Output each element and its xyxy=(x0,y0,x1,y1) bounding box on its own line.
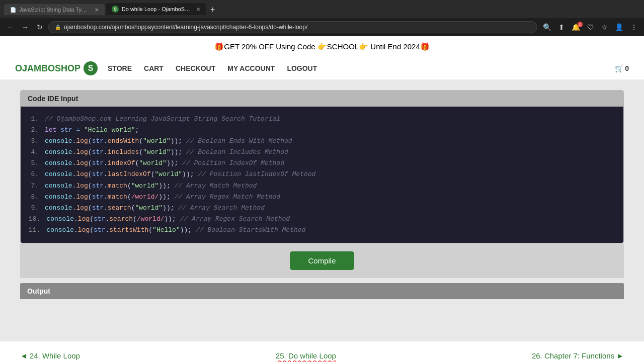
code-line-7: 7. console.log(str.match("world")); // A… xyxy=(29,180,615,192)
code-line-10: 10. console.log(str.search(/world/)); //… xyxy=(29,214,615,225)
code-text-1: // OjamboShop.com Learning JavaScript St… xyxy=(45,114,280,125)
prev-label: 24. While Loop xyxy=(30,351,80,360)
browser-toolbar: ← → ↻ 🔒 ojamboshop.com/ojamboshoppaycont… xyxy=(0,18,644,36)
line-num-7: 7. xyxy=(29,180,39,192)
bookmark-icon-btn[interactable]: ☆ xyxy=(599,22,610,33)
code-line-5: 5. console.log(str.indexOf("world")); //… xyxy=(29,158,615,169)
tab-1-favicon: 📄 xyxy=(10,7,16,13)
refresh-button[interactable]: ↻ xyxy=(34,22,45,32)
nav-cart-icon-link[interactable]: 🛒0 xyxy=(615,64,629,72)
address-bar[interactable]: 🔒 ojamboshop.com/ojamboshoppaycontent/le… xyxy=(48,21,537,33)
code-text-5: console.log(str.indexOf("world")); // Po… xyxy=(45,158,284,169)
code-ide-header: Code IDE Input xyxy=(21,90,623,107)
nav-bar: OJAMBOSHOP S STORE CART CHECKOUT MY ACCO… xyxy=(0,57,644,80)
output-body xyxy=(20,299,624,319)
code-text-4: console.log(str.includes("world")); // B… xyxy=(45,147,288,158)
new-tab-button[interactable]: + xyxy=(207,4,218,15)
code-text-6: console.log(str.lastIndexOf("world")); /… xyxy=(45,169,315,180)
notification-icon-btn[interactable]: 🔔 1 xyxy=(569,22,583,33)
tab-1-close[interactable]: ✕ xyxy=(95,7,99,13)
browser-tabs: 📄 JavaScript String Data Type - O... ✕ S… xyxy=(4,3,218,15)
toolbar-icons: 🔍 ⬆ 🔔 1 🛡 ☆ 👤 ⋮ xyxy=(540,22,640,33)
code-line-3: 3. console.log(str.endsWith("world")); /… xyxy=(29,136,615,147)
nav-footer: ◄ 24. While Loop 25. Do while Loop 26. C… xyxy=(0,341,644,362)
nav-cart-link[interactable]: CART xyxy=(144,64,164,72)
code-editor[interactable]: 1. // OjamboShop.com Learning JavaScript… xyxy=(21,107,623,243)
search-icon-btn[interactable]: 🔍 xyxy=(540,22,554,33)
nav-logout-link[interactable]: LOGOUT xyxy=(287,64,317,72)
url-text: ojamboshop.com/ojamboshoppaycontent/lear… xyxy=(64,24,307,31)
line-num-8: 8. xyxy=(29,192,39,203)
code-line-1: 1. // OjamboShop.com Learning JavaScript… xyxy=(29,114,615,125)
nav-next-link[interactable]: 26. Chapter 7: Functions ► xyxy=(532,351,624,360)
page-content: 🎁GET 20% OFF Using Code 👉SCHOOL👉 Until E… xyxy=(0,36,644,362)
promo-banner: 🎁GET 20% OFF Using Code 👉SCHOOL👉 Until E… xyxy=(0,36,644,57)
back-button[interactable]: ← xyxy=(4,22,16,32)
browser-chrome: 📄 JavaScript String Data Type - O... ✕ S… xyxy=(0,0,644,18)
cart-count: 0 xyxy=(625,64,629,72)
tab-2-label: Do while Loop - OjamboSh... xyxy=(122,6,191,12)
next-label: 26. Chapter 7: Functions xyxy=(532,351,614,360)
tab-2-favicon: S xyxy=(112,6,119,13)
next-arrow: ► xyxy=(616,351,624,360)
nav-current-label: 25. Do while Loop xyxy=(276,351,336,360)
extension-icon-btn[interactable]: 🛡 xyxy=(585,22,597,33)
line-num-2: 2. xyxy=(29,125,39,136)
tab-1[interactable]: 📄 JavaScript String Data Type - O... ✕ xyxy=(4,4,105,15)
code-text-11: console.log(str.startsWith("Hello")); //… xyxy=(46,225,305,236)
line-num-4: 4. xyxy=(29,147,39,158)
code-text-2: let str = "Hello world"; xyxy=(45,125,139,136)
settings-icon-btn[interactable]: ⋮ xyxy=(628,22,640,33)
tab-2[interactable]: S Do while Loop - OjamboSh... ✕ xyxy=(106,3,206,15)
line-num-11: 11. xyxy=(29,225,40,236)
nav-account-link[interactable]: MY ACCOUNT xyxy=(227,64,275,72)
output-section: Output xyxy=(20,283,624,319)
line-num-6: 6. xyxy=(29,169,39,180)
line-num-5: 5. xyxy=(29,158,39,169)
line-num-3: 3. xyxy=(29,136,39,147)
code-text-7: console.log(str.match("world")); // Arra… xyxy=(45,180,257,192)
nav-logo-s: S xyxy=(84,61,98,75)
line-num-1: 1. xyxy=(29,114,39,125)
nav-checkout-link[interactable]: CHECKOUT xyxy=(176,64,215,72)
profile-icon-btn[interactable]: 👤 xyxy=(612,22,626,33)
prev-arrow: ◄ xyxy=(20,351,28,360)
nav-logo-text[interactable]: OJAMBOSHOP xyxy=(15,63,80,74)
code-line-9: 9. console.log(str.search("world")); // … xyxy=(29,203,615,214)
code-line-11: 11. console.log(str.startsWith("Hello"))… xyxy=(29,225,615,236)
promo-text: 🎁GET 20% OFF Using Code 👉SCHOOL👉 Until E… xyxy=(214,42,430,51)
main-content: Code IDE Input 1. // OjamboShop.com Lear… xyxy=(0,80,644,341)
line-num-10: 10. xyxy=(29,214,40,225)
lock-icon: 🔒 xyxy=(55,25,61,30)
nav-store-link[interactable]: STORE xyxy=(108,64,132,72)
code-line-2: 2. let str = "Hello world"; xyxy=(29,125,615,136)
code-line-8: 8. console.log(str.match(/world/)); // A… xyxy=(29,192,615,203)
code-text-8: console.log(str.match(/world/)); // Arra… xyxy=(45,192,280,203)
code-text-10: console.log(str.search(/world/)); // Arr… xyxy=(46,214,290,225)
code-ide-wrapper: Code IDE Input 1. // OjamboShop.com Lear… xyxy=(20,90,624,243)
line-num-9: 9. xyxy=(29,203,39,214)
share-icon-btn[interactable]: ⬆ xyxy=(556,22,567,33)
code-text-9: console.log(str.search("world")); // Arr… xyxy=(45,203,265,214)
code-line-4: 4. console.log(str.includes("world")); /… xyxy=(29,147,615,158)
nav-prev-link[interactable]: ◄ 24. While Loop xyxy=(20,351,80,360)
code-text-3: console.log(str.endsWith("world")); // B… xyxy=(45,136,292,147)
compile-button[interactable]: Compile xyxy=(290,251,354,270)
cart-icon: 🛒 xyxy=(615,64,623,72)
compile-section: Compile xyxy=(20,243,624,278)
code-line-6: 6. console.log(str.lastIndexOf("world"))… xyxy=(29,169,615,180)
tab-2-close[interactable]: ✕ xyxy=(196,7,200,12)
tab-1-label: JavaScript String Data Type - O... xyxy=(19,7,90,13)
forward-button[interactable]: → xyxy=(19,22,31,32)
output-header: Output xyxy=(20,283,624,299)
